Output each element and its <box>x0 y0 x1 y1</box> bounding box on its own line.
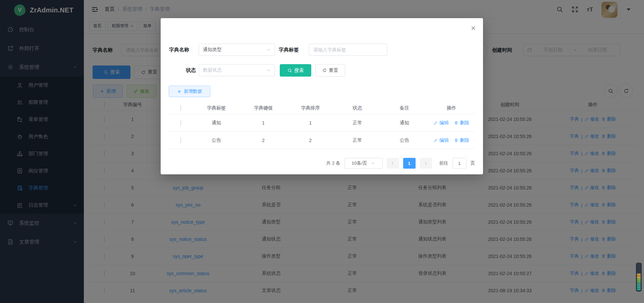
modal-reset-button[interactable]: 重置 <box>315 64 345 77</box>
modal-add-data-button[interactable]: 新增数据 <box>169 86 210 97</box>
modal-search-button[interactable]: 搜索 <box>280 64 311 77</box>
cell-dict-sort: 1 <box>287 120 334 126</box>
cell-ops: 编辑 删除 <box>428 120 475 126</box>
search-icon <box>287 68 292 73</box>
cell-remark: 通知 <box>381 120 428 126</box>
chevron-down-icon <box>267 68 271 72</box>
page-size-select[interactable]: 10条/页 <box>344 158 383 169</box>
modal-table-body: 通知 1 1 正常 通知 编辑 删除 <box>169 114 475 149</box>
goto-unit-label: 页 <box>471 160 475 166</box>
modal-table-header-row: 字典标签 字典键值 字典排序 状态 备注 操作 <box>169 102 475 114</box>
current-page-button[interactable]: 1 <box>403 158 416 169</box>
cell-dict-label: 通知 <box>193 120 240 126</box>
cell-remark: 公告 <box>381 137 428 143</box>
pencil-icon <box>434 121 438 125</box>
cell-dict-value: 1 <box>240 120 287 126</box>
modal-status-select[interactable]: 数据状态 <box>199 64 275 76</box>
modal-table-row: 公告 2 2 正常 公告 编辑 删除 <box>169 132 475 149</box>
prev-page-button[interactable] <box>387 158 399 169</box>
cell-dict-label: 公告 <box>193 137 240 143</box>
modal-row-edit-link[interactable]: 编辑 <box>434 137 449 143</box>
trash-icon <box>454 138 458 142</box>
refresh-icon <box>322 68 327 73</box>
goto-page-input[interactable] <box>452 158 467 169</box>
cell-dict-value: 2 <box>240 138 287 143</box>
modal-dict-name-label: 字典名称 <box>169 47 189 53</box>
pagination-total: 共 2 条 <box>326 160 340 166</box>
trash-icon <box>454 121 458 125</box>
modal-row-delete-link[interactable]: 删除 <box>454 120 469 126</box>
modal-row-checkbox[interactable] <box>180 137 181 143</box>
chevron-down-icon <box>371 161 375 165</box>
modal-dict-label-input[interactable] <box>309 44 387 56</box>
modal-row-edit-link[interactable]: 编辑 <box>434 120 449 126</box>
modal-row-delete-link[interactable]: 删除 <box>454 137 469 143</box>
pencil-icon <box>434 138 438 142</box>
cell-status: 正常 <box>334 137 381 143</box>
cell-status: 正常 <box>334 120 381 126</box>
modal-table-row: 通知 1 1 正常 通知 编辑 删除 <box>169 114 475 132</box>
next-page-button[interactable] <box>420 158 432 169</box>
modal-dict-name-select[interactable]: 通知类型 <box>199 44 275 56</box>
modal-dict-data-table: 字典标签 字典键值 字典排序 状态 备注 操作 通知 1 1 正常 通知 <box>169 102 475 149</box>
modal-pagination: 共 2 条 10条/页 1 前往 页 <box>326 158 475 169</box>
modal-row-checkbox[interactable] <box>180 120 181 126</box>
close-icon[interactable]: × <box>471 24 476 32</box>
goto-label: 前往 <box>439 160 448 166</box>
cell-ops: 编辑 删除 <box>428 137 475 143</box>
chevron-down-icon <box>267 48 271 52</box>
cell-dict-sort: 2 <box>287 138 334 143</box>
modal-select-all-checkbox[interactable] <box>180 105 181 111</box>
modal-status-label: 状态 <box>169 67 196 74</box>
scrollbar-minimap[interactable] <box>636 263 642 292</box>
plus-icon <box>177 89 181 94</box>
dict-data-modal: × 字典名称 通知类型 字典标签 状态 数据状态 搜索 重置 新增数据 <box>161 18 483 174</box>
modal-dict-label-label: 字典标签 <box>279 47 299 53</box>
app-root: V ZrAdmin.NET 控制台 外部打开 系统管理 用户管理 <box>0 0 644 303</box>
